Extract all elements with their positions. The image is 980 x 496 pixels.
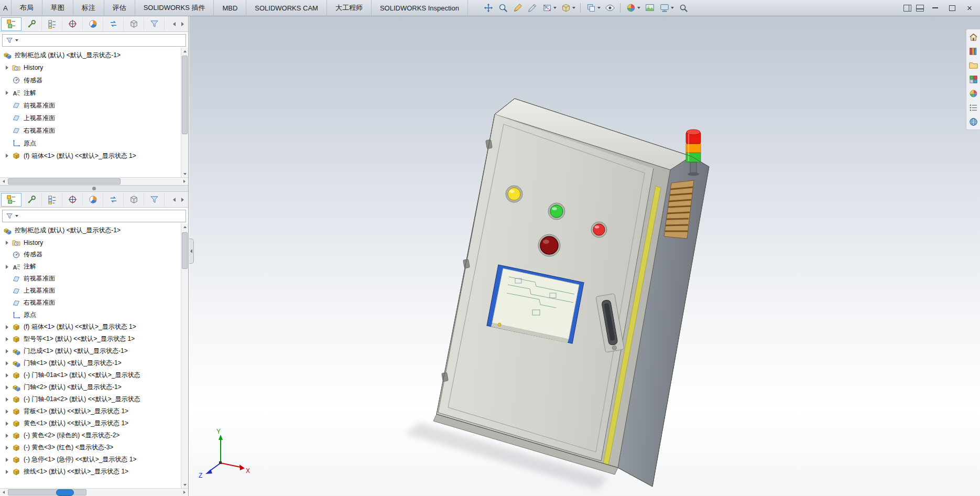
panel-tab[interactable]: [42, 17, 62, 31]
dropdown-caret-icon[interactable]: [572, 7, 575, 9]
expand-arrow-icon[interactable]: [6, 446, 8, 450]
button-red[interactable]: [591, 222, 607, 238]
commandmanager-tab[interactable]: SOLIDWORKS 插件: [135, 0, 214, 16]
scroll-up-icon[interactable]: [181, 48, 188, 55]
expand-arrow-icon[interactable]: [6, 337, 8, 341]
scroll-thumb[interactable]: [8, 178, 121, 185]
panel-splitter[interactable]: [0, 185, 188, 192]
toolbar-button[interactable]: [496, 2, 510, 14]
tree-row[interactable]: 右视基准面: [0, 124, 181, 137]
expand-arrow-icon[interactable]: [6, 241, 8, 245]
tree-row[interactable]: (-) 门轴-01a<1> (默认) <<默认>_显示状态: [0, 369, 181, 381]
panel-tab[interactable]: [124, 17, 144, 31]
toolbar-button[interactable]: [677, 2, 690, 14]
task-pane-tab[interactable]: [968, 60, 978, 70]
horizontal-scrollbar[interactable]: [0, 488, 188, 496]
tree-row[interactable]: (-) 急停<1> (急停) <<默认>_显示状态 1>: [0, 454, 181, 466]
tree-row[interactable]: 原点: [0, 309, 181, 321]
panel-tab[interactable]: [21, 17, 42, 31]
panel-tab[interactable]: [1, 17, 21, 31]
tree-row[interactable]: 原点: [0, 137, 181, 149]
dropdown-caret-icon[interactable]: [637, 7, 640, 9]
expand-arrow-icon[interactable]: [6, 265, 8, 269]
tree-row[interactable]: History: [0, 61, 181, 74]
tree-row[interactable]: 前视基准面: [0, 99, 181, 112]
scroll-right-icon[interactable]: [181, 489, 188, 496]
scroll-thumb[interactable]: [182, 56, 188, 134]
expand-arrow-icon[interactable]: [6, 361, 8, 365]
tree-row[interactable]: 门总成<1> (默认) <默认_显示状态-1>: [0, 345, 181, 357]
task-pane-tab[interactable]: [968, 32, 978, 42]
tree-row[interactable]: 黄色<1> (默认) <<默认>_显示状态 1>: [0, 417, 181, 429]
scroll-left-icon[interactable]: [0, 489, 7, 496]
horizontal-scrollbar[interactable]: [0, 177, 188, 185]
expand-arrow-icon[interactable]: [6, 373, 8, 378]
scroll-thumb[interactable]: [182, 232, 188, 269]
tree-row[interactable]: (f) 箱体<1> (默认) <<默认>_显示状态 1>: [0, 149, 181, 162]
panel-tab[interactable]: [144, 17, 165, 31]
task-pane-tab[interactable]: [968, 89, 978, 99]
dropdown-caret-icon[interactable]: [671, 7, 674, 9]
tab-scroll-right-icon[interactable]: [179, 195, 186, 204]
commandmanager-tab[interactable]: SOLIDWORKS Inspection: [372, 0, 468, 16]
panel-tab[interactable]: [103, 193, 124, 207]
panel-tab[interactable]: [103, 17, 124, 31]
vertical-scrollbar[interactable]: [181, 48, 188, 177]
panel-tab[interactable]: [21, 193, 42, 207]
pane-layout-icon[interactable]: [903, 5, 911, 12]
commandmanager-tab-partial[interactable]: A: [0, 0, 12, 16]
tree-row[interactable]: A 注解: [0, 261, 181, 273]
expand-arrow-icon[interactable]: [6, 349, 8, 353]
scroll-right-icon[interactable]: [181, 178, 188, 185]
toolbar-button[interactable]: [540, 2, 558, 14]
close-button[interactable]: [962, 2, 977, 14]
commandmanager-tab[interactable]: 布局: [12, 0, 42, 16]
tree-row[interactable]: 控制柜总成 (默认) <默认_显示状态-1>: [0, 49, 181, 61]
task-pane-tab[interactable]: [968, 46, 978, 56]
expand-arrow-icon[interactable]: [6, 397, 8, 402]
graphics-area[interactable]: Y X Z: [189, 16, 980, 496]
commandmanager-tab[interactable]: 标注: [73, 0, 104, 16]
emergency-stop-button[interactable]: [538, 234, 560, 256]
tree-row[interactable]: (-) 黄色<2> (绿色的) <显示状态-2>: [0, 429, 181, 441]
commandmanager-tab[interactable]: SOLIDWORKS CAM: [246, 0, 327, 16]
tree-row[interactable]: A 注解: [0, 87, 181, 99]
expand-arrow-icon[interactable]: [6, 385, 8, 390]
toolbar-button[interactable]: [643, 2, 657, 14]
tree-filter[interactable]: [2, 210, 186, 222]
tab-scroll-right-icon[interactable]: [179, 19, 186, 29]
expand-arrow-icon[interactable]: [6, 325, 8, 329]
toolbar-button[interactable]: [658, 2, 676, 14]
button-yellow[interactable]: [506, 186, 522, 202]
panel-tab[interactable]: [62, 193, 83, 207]
control-cabinet-model[interactable]: [405, 99, 709, 489]
toolbar-button[interactable]: [526, 2, 539, 14]
panel-tab[interactable]: [83, 193, 103, 207]
commandmanager-tab[interactable]: 草图: [42, 0, 73, 16]
panel-tab[interactable]: [62, 17, 83, 31]
commandmanager-tab[interactable]: 大工程师: [327, 0, 372, 16]
expand-arrow-icon[interactable]: [6, 422, 8, 426]
scroll-down-icon[interactable]: [181, 481, 188, 488]
scroll-indicator[interactable]: [56, 489, 74, 496]
tree-row[interactable]: 接线<1> (默认) <<默认>_显示状态 1>: [0, 466, 181, 478]
task-pane-tab[interactable]: [968, 117, 978, 127]
commandmanager-tab[interactable]: 评估: [104, 0, 135, 16]
panel-tab[interactable]: [42, 193, 62, 207]
pane-split-icon[interactable]: [916, 5, 924, 12]
tree-row[interactable]: 上视基准面: [0, 112, 181, 124]
task-pane-tab[interactable]: [968, 74, 978, 84]
tree-filter[interactable]: [2, 34, 186, 47]
tree-row[interactable]: 传感器: [0, 74, 181, 87]
expand-arrow-icon[interactable]: [6, 91, 8, 95]
toolbar-button[interactable]: [603, 2, 617, 14]
panel-tab[interactable]: [124, 193, 144, 207]
tree-row[interactable]: 上视基准面: [0, 285, 181, 297]
button-green[interactable]: [548, 203, 565, 220]
scroll-left-icon[interactable]: [0, 178, 7, 185]
tree-row[interactable]: 右视基准面: [0, 297, 181, 309]
toolbar-button[interactable]: [559, 2, 577, 14]
expand-arrow-icon[interactable]: [6, 154, 8, 158]
tree-row[interactable]: History: [0, 236, 181, 249]
tab-scroll-left-icon[interactable]: [170, 19, 178, 29]
